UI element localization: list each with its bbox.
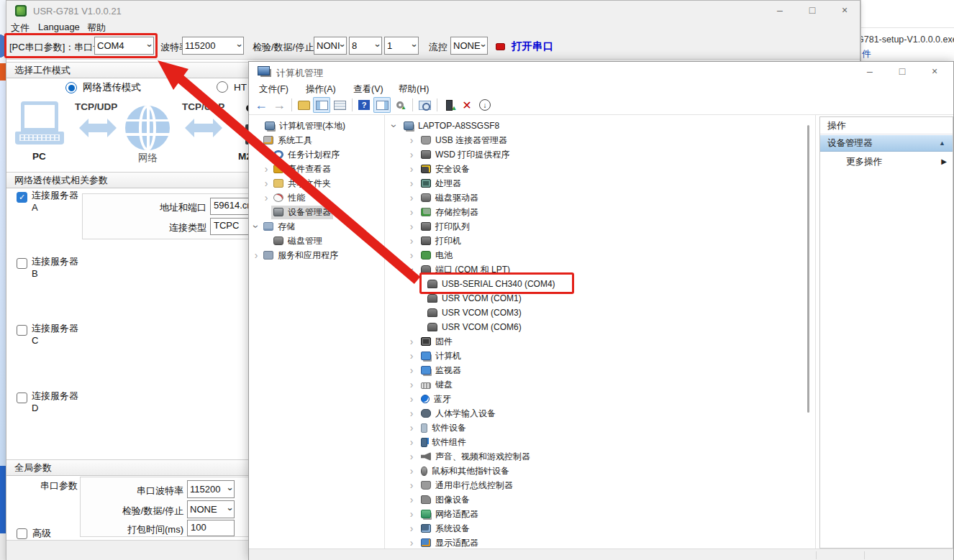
expand-expander-icon[interactable]: [261, 193, 271, 203]
usr-menu-item-0[interactable]: 文件: [11, 22, 29, 35]
tree-item[interactable]: 打印队列: [404, 219, 472, 234]
tree-item[interactable]: 系统工具: [251, 133, 314, 147]
databits-select[interactable]: 8›: [349, 37, 382, 55]
tree-item[interactable]: 共享文件夹: [261, 176, 333, 191]
expand-expander-icon[interactable]: [261, 150, 271, 160]
forward-button[interactable]: →: [271, 97, 288, 113]
global-baud-select[interactable]: 115200›: [187, 480, 235, 498]
tree-item[interactable]: 设备管理器: [261, 205, 333, 219]
back-button[interactable]: ←: [253, 97, 270, 113]
expand-expander-icon[interactable]: [261, 178, 271, 188]
collapse-expander-icon[interactable]: [251, 221, 261, 231]
more-actions-item[interactable]: 更多操作 ▶: [820, 154, 953, 170]
tree-item[interactable]: 打印机: [404, 234, 463, 248]
tree-item[interactable]: 键盘: [404, 377, 455, 392]
tree-item[interactable]: 性能: [261, 191, 307, 205]
expand-expander-icon[interactable]: [404, 250, 419, 260]
tree-item[interactable]: USR VCOM (COM3): [425, 306, 524, 320]
cm-menu-item-3[interactable]: 帮助(H): [399, 83, 429, 96]
tree-item[interactable]: USB-SERIAL CH340 (COM4): [425, 277, 558, 291]
console-tree-button[interactable]: [313, 97, 330, 113]
tree-item[interactable]: USR VCOM (COM6): [425, 320, 524, 334]
expand-expander-icon[interactable]: [404, 394, 419, 404]
expand-expander-icon[interactable]: [404, 135, 419, 145]
expand-expander-icon[interactable]: [404, 193, 419, 203]
tree-item[interactable]: 监视器: [404, 363, 463, 377]
usr-menu-item-2[interactable]: 帮助: [87, 22, 106, 35]
disable-down-button[interactable]: ↓: [476, 97, 494, 113]
scan-devices-button[interactable]: [416, 97, 433, 113]
tree-item[interactable]: 处理器: [404, 176, 463, 191]
expand-expander-icon[interactable]: [404, 408, 419, 418]
close-button[interactable]: ×: [834, 2, 855, 18]
expand-expander-icon[interactable]: [404, 178, 419, 188]
collapse-expander-icon[interactable]: [387, 121, 401, 131]
tree-item[interactable]: 电池: [404, 248, 455, 262]
expand-expander-icon[interactable]: [404, 495, 419, 505]
tree-item[interactable]: USB 连接器管理器: [404, 133, 509, 147]
expand-expander-icon[interactable]: [404, 423, 419, 433]
tree-item[interactable]: LAPTOP-A8SSGSF8: [387, 119, 501, 133]
tree-item[interactable]: 软件组件: [404, 435, 468, 449]
expand-expander-icon[interactable]: [404, 380, 419, 390]
expand-expander-icon[interactable]: [404, 336, 419, 346]
maximize-button[interactable]: □: [891, 63, 913, 79]
tree-item[interactable]: 显示适配器: [404, 536, 481, 550]
tree-item[interactable]: 存储控制器: [404, 205, 481, 219]
baud-select[interactable]: 115200›: [182, 37, 244, 55]
stopbits-select[interactable]: 1›: [384, 37, 419, 55]
expand-expander-icon[interactable]: [404, 437, 419, 447]
tree-item[interactable]: 人体学输入设备: [404, 406, 498, 421]
vertical-scrollbar[interactable]: [807, 125, 809, 413]
gear-up-button[interactable]: [391, 97, 409, 113]
tree-item[interactable]: 事件查看器: [261, 162, 333, 176]
expand-expander-icon[interactable]: [404, 164, 419, 174]
open-serial-button[interactable]: 打开串口: [512, 40, 553, 53]
collapse-expander-icon[interactable]: [251, 135, 261, 145]
expand-expander-icon[interactable]: [404, 351, 419, 361]
tree-item[interactable]: 任务计划程序: [261, 147, 342, 162]
tree-item[interactable]: 安全设备: [404, 162, 472, 176]
action-pane-button[interactable]: [373, 97, 391, 113]
actions-device-manager-section[interactable]: 设备管理器 ▲: [820, 135, 953, 152]
server-b-checkbox-row[interactable]: 连接服务器B: [17, 252, 81, 283]
global-parity-select[interactable]: NONE›: [187, 500, 235, 518]
pack-time-input[interactable]: 100: [187, 520, 235, 536]
tree-item[interactable]: 计算机管理(本地): [253, 119, 347, 133]
server-d-checkbox-row[interactable]: 连接服务器D: [17, 387, 81, 417]
export-folder-button[interactable]: [295, 97, 312, 113]
minimize-button[interactable]: –: [859, 63, 881, 79]
expand-expander-icon[interactable]: [404, 466, 419, 476]
tree-item[interactable]: 系统设备: [404, 521, 472, 536]
expand-expander-icon[interactable]: [261, 164, 271, 174]
expand-expander-icon[interactable]: [404, 523, 419, 533]
tree-item[interactable]: 蓝牙: [404, 392, 453, 406]
tree-item[interactable]: 存储: [251, 219, 297, 234]
mode-radio-transparent[interactable]: 网络透传模式: [65, 81, 141, 94]
expand-expander-icon[interactable]: [404, 509, 419, 519]
tree-item[interactable]: 通用串行总线控制器: [404, 478, 515, 492]
collapse-expander-icon[interactable]: [404, 265, 419, 275]
server-a-checkbox-row[interactable]: ✓连接服务器A: [17, 186, 81, 216]
expand-expander-icon[interactable]: [404, 538, 419, 548]
mode-radio-httpd[interactable]: HT: [217, 81, 247, 93]
uninstall-x-button[interactable]: ✕: [458, 97, 476, 113]
expand-expander-icon[interactable]: [251, 250, 261, 260]
file-link[interactable]: 件: [862, 48, 871, 60]
tree-item[interactable]: 磁盘管理: [261, 234, 324, 248]
cm-menu-item-0[interactable]: 文件(F): [259, 83, 289, 96]
tree-item[interactable]: 固件: [404, 334, 455, 349]
tree-item[interactable]: WSD 打印提供程序: [404, 147, 512, 162]
properties-button[interactable]: [331, 97, 348, 113]
tree-item[interactable]: 服务和应用程序: [251, 248, 340, 262]
cm-menu-item-2[interactable]: 查看(V): [353, 83, 383, 96]
com-port-select[interactable]: COM4›: [94, 37, 154, 55]
tree-item[interactable]: 声音、视频和游戏控制器: [404, 449, 532, 464]
expand-expander-icon[interactable]: [404, 236, 419, 246]
collapse-icon[interactable]: ▲: [939, 135, 945, 151]
parity-select[interactable]: NONI›: [314, 37, 347, 55]
expand-expander-icon[interactable]: [404, 365, 419, 375]
expand-expander-icon[interactable]: [404, 221, 419, 231]
advanced-checkbox-row[interactable]: 高级: [17, 527, 51, 540]
tree-item[interactable]: 网络适配器: [404, 507, 481, 521]
